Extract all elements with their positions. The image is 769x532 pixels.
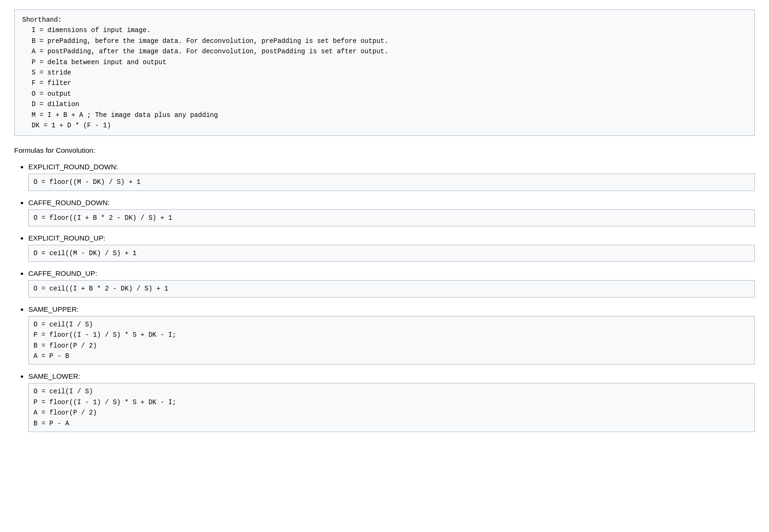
- formula-code: O = ceil((M - DK) / S) + 1: [28, 245, 755, 262]
- shorthand-line: I = dimensions of input image.: [32, 25, 747, 35]
- shorthand-line: P = delta between input and output: [32, 57, 747, 67]
- formula-label: CAFFE_ROUND_UP:: [28, 269, 755, 277]
- formula-label: SAME_LOWER:: [28, 372, 755, 380]
- formula-label: CAFFE_ROUND_DOWN:: [28, 199, 755, 207]
- formula-item: EXPLICIT_ROUND_UP:O = ceil((M - DK) / S)…: [28, 234, 755, 262]
- formula-code: O = ceil(I / S) P = floor((I - 1) / S) *…: [28, 383, 755, 432]
- shorthand-line: DK = 1 + D * (F - 1): [32, 120, 747, 131]
- shorthand-line: S = stride: [32, 67, 747, 78]
- shorthand-box: Shorthand: I = dimensions of input image…: [14, 9, 755, 136]
- shorthand-line: D = dilation: [32, 99, 747, 109]
- formula-code: O = floor((M - DK) / S) + 1: [28, 174, 755, 191]
- shorthand-line: F = filter: [32, 78, 747, 88]
- shorthand-line: B = prePadding, before the image data. F…: [32, 36, 747, 46]
- formulas-heading: Formulas for Convolution:: [14, 146, 755, 154]
- formula-code: O = ceil(I / S) P = floor((I - 1) / S) *…: [28, 316, 755, 365]
- shorthand-line: M = I + B + A ; The image data plus any …: [32, 110, 747, 120]
- formula-list: EXPLICIT_ROUND_DOWN:O = floor((M - DK) /…: [14, 163, 755, 432]
- formula-item: CAFFE_ROUND_DOWN:O = floor((I + B * 2 - …: [28, 199, 755, 226]
- formula-label: SAME_UPPER:: [28, 305, 755, 313]
- formula-item: SAME_UPPER:O = ceil(I / S) P = floor((I …: [28, 305, 755, 365]
- formula-item: SAME_LOWER:O = ceil(I / S) P = floor((I …: [28, 372, 755, 432]
- formula-code: O = floor((I + B * 2 - DK) / S) + 1: [28, 209, 755, 226]
- formula-item: EXPLICIT_ROUND_DOWN:O = floor((M - DK) /…: [28, 163, 755, 191]
- shorthand-line: O = output: [32, 89, 747, 99]
- formula-label: EXPLICIT_ROUND_UP:: [28, 234, 755, 242]
- formula-item: CAFFE_ROUND_UP:O = ceil((I + B * 2 - DK)…: [28, 269, 755, 297]
- formula-label: EXPLICIT_ROUND_DOWN:: [28, 163, 755, 171]
- shorthand-lines: I = dimensions of input image.B = prePad…: [22, 25, 747, 131]
- shorthand-title: Shorthand:: [22, 15, 747, 25]
- formula-code: O = ceil((I + B * 2 - DK) / S) + 1: [28, 280, 755, 297]
- shorthand-line: A = postPadding, after the image data. F…: [32, 46, 747, 57]
